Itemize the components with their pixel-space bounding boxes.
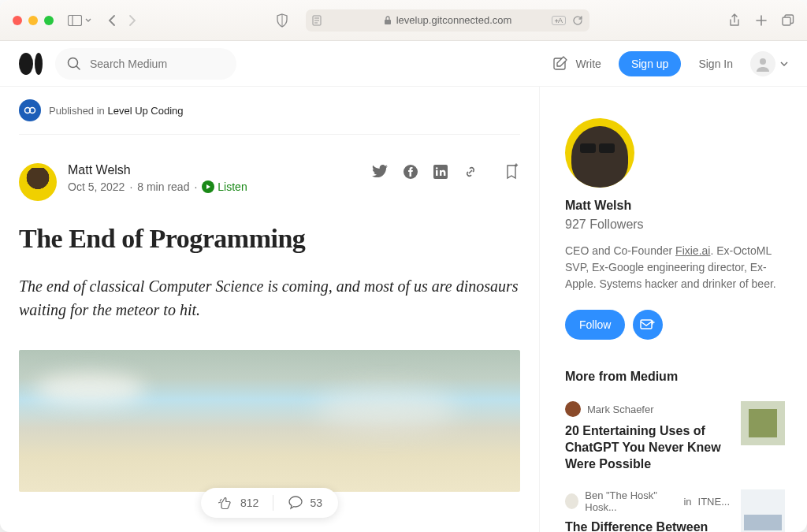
minimize-window[interactable] [28, 16, 38, 25]
signup-button[interactable]: Sign up [619, 51, 681, 76]
publication-link[interactable]: Level Up Coding [107, 105, 183, 117]
rec-thumbnail [741, 401, 785, 445]
svg-line-9 [76, 66, 80, 69]
clap-button[interactable]: 812 [217, 494, 258, 512]
divider [273, 495, 273, 511]
rec-author-avatar [565, 401, 581, 417]
svg-rect-6 [385, 20, 391, 24]
more-from-medium-heading: More from Medium [565, 370, 785, 384]
follow-button[interactable]: Follow [565, 310, 625, 340]
author-row: Matt Welsh Oct 5, 2022 · 8 min read · Li… [19, 135, 520, 201]
rec-byline: Ben "The Hosk" Hosk... in ITNE... [565, 489, 730, 513]
article-subtitle: The end of classical Computer Science is… [19, 274, 520, 322]
publish-date: Oct 5, 2022 [68, 180, 125, 193]
subscribe-button[interactable] [633, 310, 663, 340]
bio-link[interactable]: Fixie.ai [675, 244, 710, 257]
main-column: Published in Level Up Coding Matt Welsh … [0, 87, 539, 532]
svg-rect-7 [783, 17, 790, 25]
bookmark-icon[interactable] [504, 163, 520, 180]
profile-menu[interactable] [750, 51, 788, 76]
window-controls [13, 16, 54, 25]
rec-author: Ben "The Hosk" Hosk... [585, 489, 677, 513]
write-label: Write [576, 58, 601, 70]
translate-icon[interactable]: ᚐA [552, 16, 566, 25]
forward-button[interactable] [128, 14, 137, 27]
svg-rect-18 [641, 320, 652, 329]
search-box[interactable] [55, 48, 236, 80]
recommendation-item[interactable]: Mark Schaefer 20 Entertaining Uses of Ch… [565, 401, 785, 472]
floating-action-bar: 812 53 [201, 488, 338, 518]
medium-logo[interactable] [19, 53, 43, 75]
play-icon [202, 180, 214, 193]
browser-toolbar: levelup.gitconnected.com ᚐA [0, 0, 807, 41]
svg-point-11 [760, 58, 766, 65]
article-meta: Oct 5, 2022 · 8 min read · Listen [68, 180, 247, 193]
new-tab-icon[interactable] [755, 14, 768, 27]
sidebar: Matt Welsh 927 Followers CEO and Co-Foun… [539, 87, 807, 532]
responses-button[interactable]: 53 [288, 495, 322, 511]
avatar-icon [750, 51, 775, 76]
rec-title: The Difference Between The Clever Develo… [565, 519, 730, 532]
reader-mode-icon[interactable] [312, 15, 322, 26]
sidebar-toggle[interactable] [68, 15, 91, 26]
write-link[interactable]: Write [552, 55, 601, 73]
read-time: 8 min read [137, 180, 189, 193]
svg-rect-0 [69, 15, 82, 25]
copy-link-icon[interactable] [463, 165, 478, 179]
write-icon [552, 55, 570, 73]
listen-button[interactable]: Listen [202, 180, 247, 193]
clap-count: 812 [240, 497, 258, 509]
sidebar-author-name[interactable]: Matt Welsh [565, 199, 785, 213]
svg-point-17 [436, 167, 438, 169]
clap-icon [217, 494, 234, 512]
publication-text: Published in Level Up Coding [49, 105, 184, 117]
hero-image [19, 350, 520, 492]
search-input[interactable] [90, 58, 225, 70]
rec-publication: ITNE... [698, 496, 730, 508]
lock-icon [384, 16, 392, 25]
chevron-down-icon [780, 61, 788, 67]
sidebar-author-avatar[interactable] [565, 118, 634, 188]
publication-badge[interactable] [19, 99, 41, 121]
mail-plus-icon [640, 318, 656, 331]
rec-byline: Mark Schaefer [565, 401, 730, 417]
author-avatar[interactable] [19, 163, 57, 201]
back-button[interactable] [107, 14, 117, 27]
author-name[interactable]: Matt Welsh [68, 163, 247, 177]
rec-author: Mark Schaefer [587, 404, 654, 415]
share-bar [372, 163, 520, 180]
address-bar[interactable]: levelup.gitconnected.com ᚐA [306, 9, 589, 32]
close-window[interactable] [13, 16, 22, 25]
svg-rect-16 [436, 170, 438, 176]
twitter-icon[interactable] [372, 165, 388, 179]
follower-count[interactable]: 927 Followers [565, 218, 785, 232]
signin-link[interactable]: Sign In [698, 58, 733, 70]
url-text: levelup.gitconnected.com [396, 14, 512, 26]
article-title: The End of Programming [19, 223, 520, 255]
facebook-icon[interactable] [404, 165, 418, 179]
share-icon[interactable] [728, 13, 741, 28]
linkedin-icon[interactable] [433, 165, 448, 179]
comment-icon [288, 495, 303, 511]
search-icon [66, 56, 82, 72]
reload-icon[interactable] [572, 15, 583, 26]
recommendation-item[interactable]: Ben "The Hosk" Hosk... in ITNE... The Di… [565, 489, 785, 532]
browser-window: levelup.gitconnected.com ᚐA [0, 0, 807, 532]
site-header: Write Sign up Sign In [0, 41, 807, 87]
author-bio: CEO and Co-Founder Fixie.ai. Ex-OctoML S… [565, 243, 785, 292]
tabs-overview-icon[interactable] [782, 14, 794, 27]
response-count: 53 [310, 497, 322, 509]
rec-author-avatar [565, 493, 578, 509]
rec-title: 20 Entertaining Uses of ChatGPT You Neve… [565, 423, 730, 472]
rec-thumbnail [741, 489, 785, 532]
maximize-window[interactable] [44, 16, 54, 25]
privacy-shield-icon[interactable] [276, 13, 288, 28]
page-content: Published in Level Up Coding Matt Welsh … [0, 87, 807, 532]
publication-row: Published in Level Up Coding [19, 87, 520, 135]
